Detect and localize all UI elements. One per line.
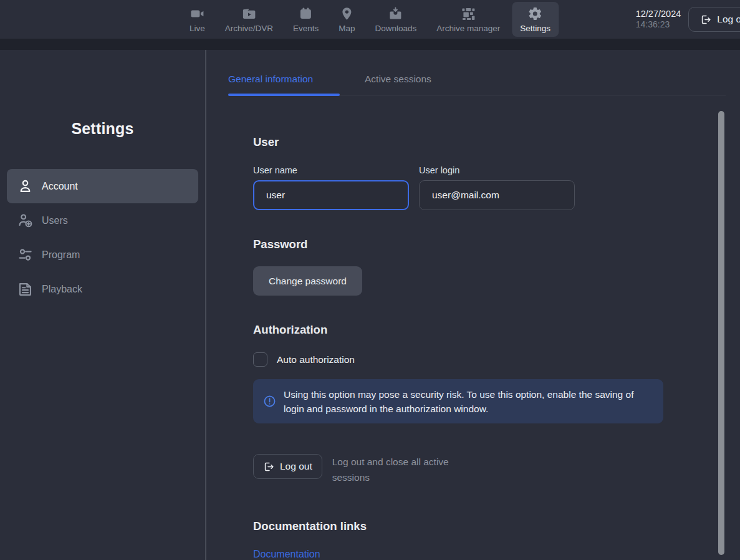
blocks-grid-icon (461, 6, 476, 21)
login-label: User login (419, 165, 585, 175)
sidebar-item-playback[interactable]: Playback (7, 272, 198, 306)
info-icon (263, 395, 276, 408)
auto-authorization-label: Auto authorization (277, 354, 355, 365)
username-input[interactable] (253, 180, 409, 210)
nav-label-live: Live (190, 24, 205, 33)
location-pin-icon (339, 6, 354, 21)
archive-folder-icon (241, 6, 256, 21)
password-section-heading: Password (253, 238, 663, 251)
logout-description: Log out and close all active sessions (332, 454, 476, 485)
nav-label-downloads: Downloads (375, 24, 416, 33)
documentation-link[interactable]: Documentation (253, 549, 320, 560)
person-add-icon (17, 212, 34, 229)
download-tray-icon (388, 6, 403, 21)
top-navigation: Live Archive/DVR Events Map Downloads Ar (181, 0, 559, 39)
nav-item-map[interactable]: Map (330, 2, 363, 37)
logout-row: Log out Log out and close all active ses… (253, 454, 663, 485)
security-warning-text: Using this option may pose a security ri… (284, 387, 653, 416)
document-icon (17, 281, 34, 297)
gear-icon (528, 6, 543, 21)
logout-button-top[interactable]: Log out (688, 7, 740, 32)
sidebar-item-account[interactable]: Account (7, 169, 198, 203)
sliders-icon (17, 246, 34, 263)
user-section-heading: User (253, 135, 663, 149)
username-label: User name (253, 165, 419, 175)
nav-label-settings: Settings (520, 24, 550, 33)
auto-authorization-row: Auto authorization (253, 352, 663, 367)
authorization-section-heading: Authorization (253, 323, 663, 337)
current-time: 14:36:23 (636, 19, 681, 31)
nav-item-settings[interactable]: Settings (512, 2, 559, 37)
nav-item-events[interactable]: Events (285, 2, 327, 37)
logout-button-main[interactable]: Log out (253, 454, 322, 479)
sidebar-list: Account Users Program Playback (0, 169, 205, 306)
user-fields-row (253, 180, 663, 210)
tab-general-information[interactable]: General information (228, 74, 340, 95)
logout-button-main-label: Log out (280, 461, 312, 472)
account-settings-panel: General information Active sessions User… (206, 50, 740, 560)
nav-label-archive-manager: Archive manager (436, 24, 500, 33)
sidebar-label-playback: Playback (42, 284, 82, 295)
sidebar-item-program[interactable]: Program (7, 238, 198, 272)
calendar-icon (299, 6, 314, 21)
app-window: Live Archive/DVR Events Map Downloads Ar (0, 0, 740, 560)
sidebar-label-account: Account (42, 181, 78, 192)
datetime-display: 12/27/2024 14:36:23 (636, 8, 681, 31)
change-password-button[interactable]: Change password (253, 266, 362, 296)
nav-item-archive-dvr[interactable]: Archive/DVR (217, 2, 281, 37)
settings-form: User User name User login Password Chang… (253, 135, 663, 560)
nav-item-live[interactable]: Live (181, 2, 213, 37)
exit-icon (700, 14, 712, 26)
topbar-right-group: 12/27/2024 14:36:23 Log out (636, 0, 740, 39)
sidebar-title: Settings (0, 120, 205, 138)
logout-button-top-label: Log out (717, 14, 740, 25)
current-date: 12/27/2024 (636, 8, 681, 19)
tab-bar: General information Active sessions (228, 74, 726, 95)
nav-label-map: Map (339, 24, 355, 33)
nav-item-archive-manager[interactable]: Archive manager (428, 2, 508, 37)
video-camera-icon (190, 6, 204, 21)
exit-icon (263, 461, 275, 473)
login-input[interactable] (419, 180, 575, 210)
topbar-divider (0, 39, 740, 50)
docs-section-heading: Documentation links (253, 519, 663, 533)
top-bar: Live Archive/DVR Events Map Downloads Ar (0, 0, 740, 39)
auto-authorization-checkbox[interactable] (253, 352, 267, 367)
security-warning-box: Using this option may pose a security ri… (253, 379, 663, 423)
sidebar-label-program: Program (42, 249, 80, 261)
person-icon (17, 178, 34, 195)
vertical-scrollbar-thumb[interactable] (718, 111, 724, 555)
sidebar-label-users: Users (42, 215, 68, 226)
sidebar-item-users[interactable]: Users (7, 203, 198, 238)
tab-active-sessions[interactable]: Active sessions (365, 74, 431, 95)
user-field-labels: User name User login (253, 165, 663, 175)
settings-sidebar: Settings Account Users Program Playback (0, 50, 206, 560)
nav-label-events: Events (293, 24, 319, 33)
nav-label-archive-dvr: Archive/DVR (225, 24, 273, 33)
nav-item-downloads[interactable]: Downloads (367, 2, 425, 37)
